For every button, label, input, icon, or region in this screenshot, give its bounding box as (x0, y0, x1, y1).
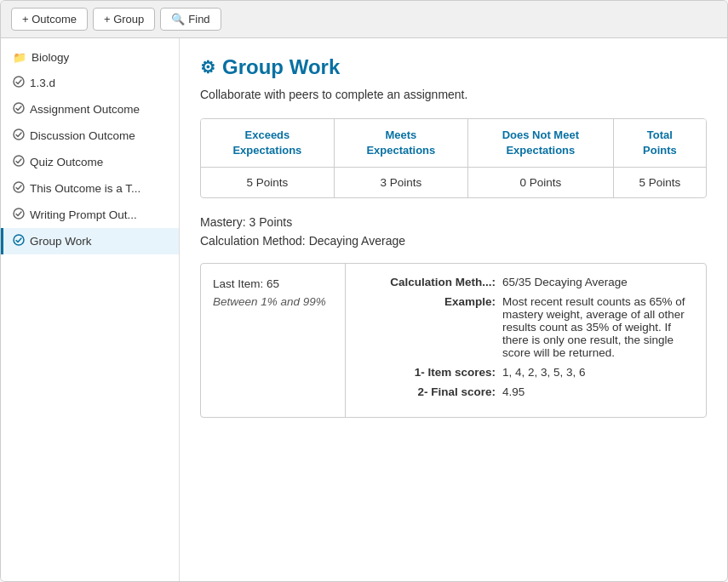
sidebar-item-assignment-outcome[interactable]: Assignment Outcome (1, 96, 179, 123)
outcome-icon (13, 128, 25, 143)
page-subtitle: Collaborate with peers to complete an as… (200, 88, 707, 101)
col-header-meets: MeetsExpectations (334, 119, 467, 168)
calc-row-label: 2- Final score: (359, 385, 496, 398)
svg-point-2 (14, 129, 24, 140)
calc-row-label: Calculation Meth...: (359, 276, 496, 288)
col-value-does-not-meet: 0 Points (467, 168, 613, 198)
between-text: Between 1% and 99% (213, 295, 333, 308)
sidebar-item-writing-prompt-out[interactable]: Writing Prompt Out... (1, 202, 179, 228)
page-title: ⚙ Group Work (200, 55, 707, 79)
sidebar-item-label: Assignment Outcome (30, 103, 140, 116)
sidebar-item-group-work[interactable]: Group Work (1, 228, 179, 254)
mastery-info: Mastery: 3 Points Calculation Method: De… (200, 215, 707, 248)
folder-icon: 📁 (13, 51, 26, 64)
calc-row-label: Example: (359, 295, 496, 359)
col-value-total: 5 Points (613, 168, 706, 198)
sidebar: 📁Biology1.3.dAssignment OutcomeDiscussio… (1, 38, 180, 581)
sidebar-item-label: 1.3.d (30, 77, 55, 89)
toolbar: + Outcome + Group 🔍 Find (1, 1, 727, 38)
sidebar-item-label: This Outcome is a T... (30, 182, 140, 195)
calc-row-value: 4.95 (502, 385, 692, 398)
calc-row-value: 65/35 Decaying Average (502, 276, 692, 288)
sidebar-item-label: Quiz Outcome (30, 156, 103, 168)
calc-right-panel: Calculation Meth...:65/35 Decaying Avera… (346, 264, 706, 417)
sidebar-item-label: Biology (32, 51, 69, 64)
add-group-button[interactable]: + Group (93, 8, 155, 31)
svg-point-0 (14, 77, 24, 87)
sidebar-item-label: Group Work (30, 235, 92, 248)
col-header-total: TotalPoints (613, 119, 706, 168)
mastery-value: 3 Points (249, 215, 293, 229)
find-icon: 🔍 (171, 13, 185, 26)
calc-row-0: Calculation Meth...:65/35 Decaying Avera… (359, 276, 692, 288)
find-button[interactable]: 🔍 Find (160, 8, 221, 31)
main-content: ⚙ Group Work Collaborate with peers to c… (180, 38, 727, 581)
outcome-icon: ⚙ (200, 57, 215, 77)
svg-point-3 (14, 156, 24, 166)
sidebar-item-label: Discussion Outcome (30, 129, 135, 142)
calc-left-panel: Last Item: 65 Between 1% and 99% (201, 264, 346, 417)
col-value-meets: 3 Points (334, 168, 467, 198)
sidebar-item-discussion-outcome[interactable]: Discussion Outcome (1, 123, 179, 149)
sidebar-item-quiz-outcome[interactable]: Quiz Outcome (1, 149, 179, 175)
calc-row-label: 1- Item scores: (359, 366, 496, 379)
outcome-icon (13, 102, 25, 117)
calc-row-3: 2- Final score:4.95 (359, 385, 692, 398)
outcome-icon (13, 76, 25, 90)
svg-point-6 (14, 235, 24, 245)
svg-point-5 (14, 208, 24, 219)
col-header-does-not-meet: Does Not MeetExpectations (467, 119, 613, 168)
calc-method-value: Decaying Average (309, 234, 405, 248)
last-item: Last Item: 65 (213, 277, 333, 290)
calc-method-label: Calculation Method: (200, 234, 306, 248)
body: 📁Biology1.3.dAssignment OutcomeDiscussio… (1, 38, 727, 581)
col-header-exceeds: ExceedsExpectations (201, 119, 334, 168)
mastery-label: Mastery: (200, 215, 246, 229)
last-item-value: 65 (267, 277, 279, 290)
sidebar-item-1-3-d[interactable]: 1.3.d (1, 70, 179, 96)
col-value-exceeds: 5 Points (201, 168, 334, 198)
outcome-icon (13, 208, 25, 222)
sidebar-item-this-outcome-is-a-t[interactable]: This Outcome is a T... (1, 175, 179, 202)
outcome-icon (13, 234, 25, 248)
last-item-label: Last Item: (213, 277, 263, 290)
sidebar-item-biology[interactable]: 📁Biology (1, 45, 179, 70)
calc-row-1: Example:Most recent result counts as 65%… (359, 295, 692, 359)
calculation-box: Last Item: 65 Between 1% and 99% Calcula… (200, 263, 707, 418)
app-window: + Outcome + Group 🔍 Find 📁Biology1.3.dAs… (0, 0, 728, 582)
add-outcome-button[interactable]: + Outcome (11, 8, 88, 31)
calc-row-value: 1, 4, 2, 3, 5, 3, 6 (502, 366, 692, 379)
calc-row-value: Most recent result counts as 65% of mast… (502, 295, 692, 359)
calc-row-2: 1- Item scores:1, 4, 2, 3, 5, 3, 6 (359, 366, 692, 379)
sidebar-item-label: Writing Prompt Out... (30, 208, 137, 221)
outcome-icon (13, 155, 25, 169)
points-table: ExceedsExpectationsMeetsExpectationsDoes… (200, 118, 707, 198)
svg-point-1 (14, 103, 24, 113)
svg-point-4 (14, 182, 24, 192)
outcome-icon (13, 181, 25, 196)
